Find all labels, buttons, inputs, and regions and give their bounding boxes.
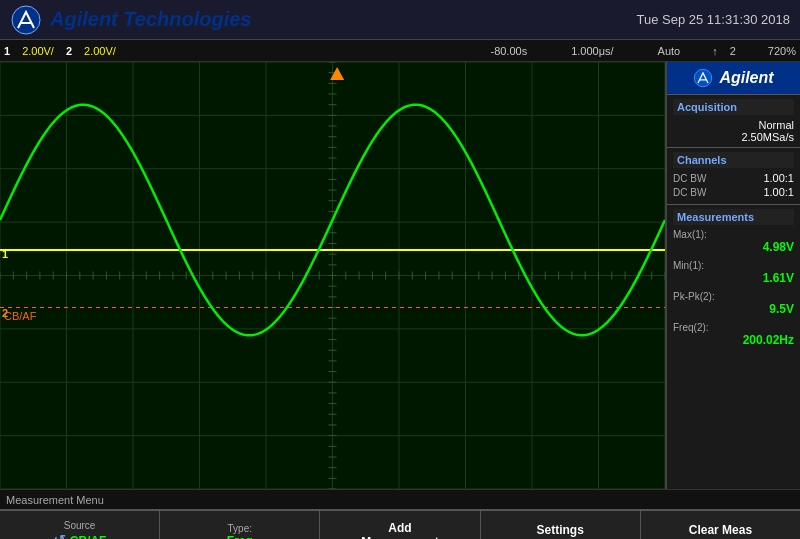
meas-label: Pk-Pk(2): bbox=[673, 291, 794, 302]
panel-header: Agilent bbox=[667, 62, 800, 94]
meas-label: Freq(2): bbox=[673, 322, 794, 333]
meas-value: 9.5V bbox=[673, 302, 794, 316]
ch2-label: DC BW bbox=[673, 187, 706, 198]
ch2-row: DC BW 1.00:1 bbox=[673, 186, 794, 198]
datetime: Tue Sep 25 11:31:30 2018 bbox=[637, 12, 790, 27]
add-meas-label: Add Measurement bbox=[361, 521, 438, 539]
ch2-indicator: 2 bbox=[66, 45, 72, 57]
add-measurement-button[interactable]: Add Measurement bbox=[320, 511, 480, 539]
panel-logo-icon bbox=[693, 68, 713, 88]
clear-meas-button[interactable]: Clear Meas ▼ bbox=[641, 511, 800, 539]
source-button[interactable]: Source ↺ CB/AF bbox=[0, 511, 160, 539]
settings-button[interactable]: Settings ▼ bbox=[481, 511, 641, 539]
measurement-row: Freq(2): 200.02Hz bbox=[673, 322, 794, 347]
type-label-top: Type: bbox=[228, 523, 252, 534]
acquisition-rate: 2.50MSa/s bbox=[673, 131, 794, 143]
type-label-main: Freq bbox=[227, 534, 253, 540]
clear-meas-label: Clear Meas bbox=[689, 523, 752, 537]
source-label-top: Source bbox=[64, 520, 96, 531]
bottom-buttons: Source ↺ CB/AF Type: Freq Add Measuremen… bbox=[0, 509, 800, 539]
measurements-section: Measurements Max(1): 4.98V Min(1): 1.61V… bbox=[667, 204, 800, 489]
measurement-row: Pk-Pk(2): 9.5V bbox=[673, 291, 794, 316]
ch2-scale: 2.00V/ bbox=[84, 45, 116, 57]
ch1-value: 1.00:1 bbox=[763, 172, 794, 184]
agilent-logo-icon bbox=[10, 4, 42, 36]
type-button[interactable]: Type: Freq bbox=[160, 511, 320, 539]
status-bar: Measurement Menu bbox=[0, 489, 800, 509]
measurements-list: Max(1): 4.98V Min(1): 1.61V Pk-Pk(2): 9.… bbox=[673, 229, 794, 347]
meas-value: 200.02Hz bbox=[673, 333, 794, 347]
waveform-canvas bbox=[0, 62, 665, 489]
trigger-level: 720% bbox=[768, 45, 796, 57]
meas-label: Max(1): bbox=[673, 229, 794, 240]
trigger-icon: ↑ bbox=[712, 45, 718, 57]
toolbar: 1 2.00V/ 2 2.00V/ -80.00s 1.000μs/ Auto … bbox=[0, 40, 800, 62]
main-area: ▼ CB/AF 1 2 Agilent Acquisition Normal 2… bbox=[0, 62, 800, 489]
acquisition-title: Acquisition bbox=[673, 99, 794, 115]
panel-brand: Agilent bbox=[719, 69, 773, 87]
status-text: Measurement Menu bbox=[6, 494, 104, 506]
ch2-value: 1.00:1 bbox=[763, 186, 794, 198]
trigger-ch: 2 bbox=[730, 45, 736, 57]
ch1-indicator: 1 bbox=[4, 45, 10, 57]
cursor-label: CB/AF bbox=[4, 310, 36, 322]
channels-title: Channels bbox=[673, 152, 794, 168]
source-label-main: CB/AF bbox=[70, 534, 107, 540]
ch1-label: DC BW bbox=[673, 173, 706, 184]
ch2-scope-indicator: 2 bbox=[2, 307, 8, 319]
company-name: Agilent Technologies bbox=[50, 8, 252, 31]
offset-value: -80.00s bbox=[490, 45, 527, 57]
meas-value: 4.98V bbox=[673, 240, 794, 254]
acquisition-mode: Normal bbox=[673, 119, 794, 131]
settings-label: Settings bbox=[537, 523, 584, 537]
meas-value: 1.61V bbox=[673, 271, 794, 285]
measurement-row: Max(1): 4.98V bbox=[673, 229, 794, 254]
measurement-row: Min(1): 1.61V bbox=[673, 260, 794, 285]
timebase-value: 1.000μs/ bbox=[571, 45, 613, 57]
ch1-scale: 2.00V/ bbox=[22, 45, 54, 57]
channels-section: Channels DC BW 1.00:1 DC BW 1.00:1 bbox=[667, 147, 800, 204]
trigger-mode: Auto bbox=[658, 45, 681, 57]
right-panel: Agilent Acquisition Normal 2.50MSa/s Cha… bbox=[665, 62, 800, 489]
ch1-row: DC BW 1.00:1 bbox=[673, 172, 794, 184]
meas-label: Min(1): bbox=[673, 260, 794, 271]
source-refresh-icon: ↺ bbox=[53, 531, 66, 539]
measurements-title: Measurements bbox=[673, 209, 794, 225]
ch1-scope-indicator: 1 bbox=[2, 248, 8, 260]
scope-display: ▼ CB/AF 1 2 bbox=[0, 62, 665, 489]
header: Agilent Technologies Tue Sep 25 11:31:30… bbox=[0, 0, 800, 40]
acquisition-section: Acquisition Normal 2.50MSa/s bbox=[667, 94, 800, 147]
header-left: Agilent Technologies bbox=[10, 4, 252, 36]
